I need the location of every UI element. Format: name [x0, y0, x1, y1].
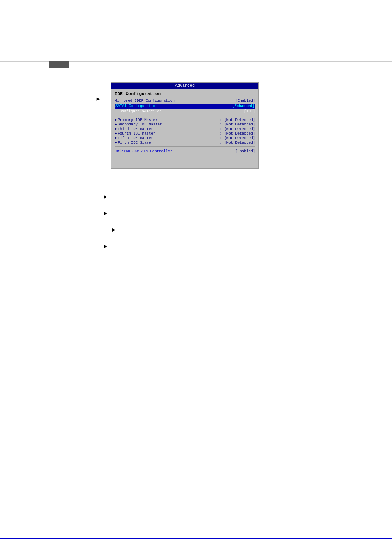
device-row-5[interactable]: ► Fifth IDE Slave : [Not Detected] [115, 141, 255, 145]
device-value-4: : [Not Detected] [220, 136, 255, 140]
bios-divider-2 [115, 146, 255, 147]
jmicron-label: JMicron 36x ATA Controller [115, 149, 172, 153]
arrow-bullet-1: ► [95, 95, 101, 102]
device-value-2: : [Not Detected] [220, 127, 255, 131]
device-label-3: Fourth IDE Master [118, 132, 219, 136]
device-value-5: : [Not Detected] [220, 141, 255, 145]
page: ► Advanced IDE Configuration Mirrored ID… [0, 0, 392, 555]
tab-block [49, 61, 69, 68]
bios-spacer [115, 153, 255, 166]
sata-config-value: [Enhanced] [232, 104, 254, 108]
bios-title-bar: Advanced [111, 83, 258, 89]
sata-config-label: SATA1 Configuration [115, 104, 158, 108]
device-arrow-4: ► [115, 136, 117, 140]
bottom-divider [0, 538, 392, 539]
mirrored-ider-row: Mirrored IDER Configuration [Enabled] [115, 99, 255, 103]
device-row-3[interactable]: ► Fourth IDE Master : [Not Detected] [115, 132, 255, 136]
jmicron-value: [Enabled] [235, 149, 255, 153]
bios-screen: Advanced IDE Configuration Mirrored IDER… [111, 82, 259, 169]
device-arrow-5: ► [115, 141, 117, 145]
device-label-2: Third IDE Master [118, 127, 219, 131]
device-arrow-3: ► [115, 132, 117, 136]
device-value-3: : [Not Detected] [220, 132, 255, 136]
device-arrow-0: ► [115, 118, 117, 122]
configure-sata-row: Configure SATA#1 as [IDE] [115, 109, 255, 114]
device-value-1: : [Not Detected] [220, 123, 255, 127]
arrow-bullet-4: ► [111, 226, 117, 233]
configure-sata-value: [IDE] [244, 109, 255, 114]
device-label-1: Secondary IDE Master [118, 123, 219, 127]
device-row-1[interactable]: ► Secondary IDE Master : [Not Detected] [115, 123, 255, 127]
device-value-0: : [Not Detected] [220, 118, 255, 122]
device-row-2[interactable]: ► Third IDE Master : [Not Detected] [115, 127, 255, 131]
mirrored-ider-label: Mirrored IDER Configuration [115, 99, 175, 103]
mirrored-ider-value: [Enabled] [235, 99, 255, 103]
arrow-bullet-3: ► [103, 210, 108, 216]
bios-section-title: IDE Configuration [115, 91, 255, 96]
device-label-5: Fifth IDE Slave [118, 141, 219, 145]
device-label-4: Fifth IDE Master [118, 136, 219, 140]
device-arrow-1: ► [115, 123, 117, 127]
configure-sata-label: Configure SATA#1 as [120, 109, 162, 114]
bios-body: IDE Configuration Mirrored IDER Configur… [111, 89, 258, 168]
device-label-0: Primary IDE Master [118, 118, 219, 122]
jmicron-row: JMicron 36x ATA Controller [Enabled] [115, 149, 255, 153]
arrow-bullet-5: ► [103, 243, 108, 249]
bios-divider-1 [115, 116, 255, 116]
sata-config-row[interactable]: SATA1 Configuration [Enhanced] [115, 104, 255, 109]
device-arrow-2: ► [115, 127, 117, 131]
device-row-0[interactable]: ► Primary IDE Master : [Not Detected] [115, 118, 255, 122]
arrow-bullet-2: ► [103, 193, 108, 200]
device-row-4[interactable]: ► Fifth IDE Master : [Not Detected] [115, 136, 255, 140]
